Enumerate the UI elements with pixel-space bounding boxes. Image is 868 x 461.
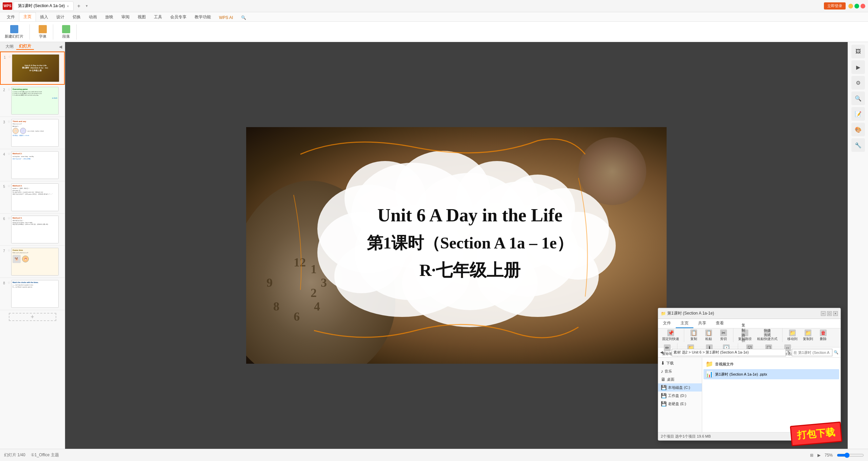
fe-sidebar-desktop[interactable]: 🖥 桌面 [658, 375, 702, 383]
fe-close-button[interactable]: × [833, 311, 838, 316]
fe-sidebar-ddrive[interactable]: 💾 工作盘 (D:) [658, 392, 702, 400]
fe-tab-share[interactable]: 共享 [693, 319, 711, 328]
ribbon-search[interactable]: 🔍 [237, 14, 250, 21]
zoom-slider[interactable] [837, 453, 864, 458]
fe-refresh-icon[interactable]: ↻ [787, 350, 790, 355]
fe-move-label: 移动到 [787, 337, 797, 341]
fe-pasteshortcut-button[interactable]: 快捷方式 粘贴快捷方式 [755, 329, 780, 342]
fe-sidebar-cdrive[interactable]: 💾 本地磁盘 (C:) [658, 383, 702, 392]
slide-star-6: ☆ [7, 216, 11, 220]
fe-move-button[interactable]: 📁 移动到 [785, 329, 800, 342]
fe-sidebar-edrive[interactable]: 💾 老硬盘 (E:) [658, 400, 702, 408]
thumb-2-header: Guessing game [13, 88, 57, 90]
close-button[interactable] [861, 4, 865, 8]
fe-address-input[interactable] [672, 349, 786, 356]
slide-item-5[interactable]: 5 ☆ Method 3: quarter n. 一刻钟，四分之一 past p… [0, 181, 65, 214]
right-tool-2[interactable]: ▶ [851, 60, 865, 74]
ribbon-tab-transitions[interactable]: 切换 [68, 13, 85, 21]
sidebar-tab-slides[interactable]: 幻灯片 [16, 43, 34, 50]
new-slide-button[interactable]: 新建幻灯片 [3, 24, 25, 40]
ribbon-tab-animations[interactable]: 动画 [85, 13, 101, 21]
fe-desktop-icon: 🖥 [661, 377, 666, 382]
add-slide-button[interactable]: + [9, 313, 56, 321]
maximize-button[interactable] [854, 4, 859, 8]
right-tool-7[interactable]: 🔧 [851, 138, 865, 152]
fe-back-button[interactable]: ◀ [660, 350, 663, 355]
fe-cut-icon: ✂ [720, 329, 727, 336]
add-slide-area[interactable]: + [0, 310, 65, 324]
ribbon-tab-wpsai[interactable]: WPS AI [215, 14, 237, 21]
fe-music-label: 音乐 [665, 369, 672, 374]
ribbon-tab-membership[interactable]: 会员专享 [166, 13, 191, 21]
ribbon-tab-view[interactable]: 视图 [134, 13, 150, 21]
right-tool-5[interactable]: 📝 [851, 107, 865, 121]
register-button[interactable]: 立即登录 [824, 2, 846, 9]
fe-pin-button[interactable]: 📌 固定到快速 [660, 329, 681, 342]
view-normal[interactable]: ⊞ [810, 453, 813, 458]
fe-sidebar-downloads[interactable]: ⬇ 下载 [658, 359, 702, 367]
slide-item-2[interactable]: 2 ☆ Guessing game 1. It has no feet (脚),… [0, 85, 65, 117]
new-slide-label: 新建幻灯片 [5, 34, 23, 39]
slide-item-8[interactable]: 8 ☆ Match the clocks with the times. c__… [0, 278, 65, 310]
fe-pasteshortcut-icon: 快捷方式 [764, 329, 771, 336]
sidebar-collapse[interactable]: ◀ [59, 44, 62, 49]
fe-forward-button[interactable]: ▶ [664, 350, 667, 355]
thumb-2-answer: a clock [13, 97, 57, 99]
add-tab-button[interactable]: + [75, 2, 83, 10]
document-tab[interactable]: 第1课时 (Section A 1a-1e) × [14, 1, 74, 11]
fe-cut-button[interactable]: ✂ 剪切 [717, 329, 730, 342]
sidebar-header: 大纲 幻灯片 ◀ [0, 42, 65, 52]
ribbon-tab-design[interactable]: 设计 [52, 13, 68, 21]
font-button[interactable]: 字体 [37, 24, 49, 40]
right-tool-4[interactable]: 🔍 [851, 92, 865, 105]
fe-tab-view[interactable]: 查看 [711, 319, 729, 328]
fe-minimize-button[interactable]: ─ [821, 311, 826, 316]
slide-item-3[interactable]: 3 ☆ Think and say What time is it? Metho… [0, 117, 65, 149]
tab-close-icon[interactable]: × [67, 4, 69, 8]
ribbon-tab-insert[interactable]: 插入 [36, 13, 52, 21]
ribbon-tab-teaching[interactable]: 教学功能 [191, 13, 215, 21]
right-tool-3[interactable]: ⚙ [851, 76, 865, 89]
fe-sidebar: ⬇ 下载 ♪ 音乐 🖥 桌面 💾 本地磁盘 (C:) 💾 工作盘 (D:) 💾 [658, 358, 702, 432]
thumb-3-times: one o'clock twelve o'clock [27, 130, 44, 132]
fe-cdrive-label: 本地磁盘 (C:) [668, 385, 690, 390]
fe-search-input[interactable] [792, 349, 832, 356]
slide-number-5: 5 [1, 185, 7, 188]
slide-panel: 大纲 幻灯片 ◀ 1 ☆ Unit 6 A Day in the Life第1课… [0, 42, 65, 449]
fe-file-item-1[interactable]: 📊 第1课时 (Section A 1a-1e) .pptx [704, 369, 839, 379]
minimize-button[interactable] [848, 4, 853, 8]
fe-copyto-button[interactable]: 📁 复制到 [801, 329, 815, 342]
ribbon-tab-file[interactable]: 文件 [3, 13, 19, 21]
fe-tab-home[interactable]: 主页 [676, 319, 693, 328]
fe-folder-item-1[interactable]: 📁 音视频文件 [704, 359, 839, 369]
slide-number-4: 4 [1, 153, 7, 156]
sidebar-tab-outline[interactable]: 大纲 [3, 44, 16, 49]
fe-copy-button[interactable]: 📋 复制 [687, 329, 701, 342]
font-label: 字体 [39, 34, 46, 39]
fe-folder-name-1: 音视频文件 [715, 362, 734, 367]
slide-item-1[interactable]: 1 ☆ Unit 6 A Day in the Life第1课时（Section… [0, 52, 65, 85]
nav-arrow[interactable]: ▾ [86, 4, 88, 8]
fe-sidebar-music[interactable]: ♪ 音乐 [658, 367, 702, 375]
view-slideshow[interactable]: ▶ [817, 453, 821, 458]
ribbon-tab-review[interactable]: 审阅 [117, 13, 134, 21]
slide-item-7[interactable]: 7 ☆ Game time Wuff, wuff, what time is i… [0, 246, 65, 278]
fe-tab-file[interactable]: 文件 [658, 319, 676, 328]
right-tool-6[interactable]: 🎨 [851, 123, 865, 136]
slide-item-4[interactable]: 4 ☆ Method 2: six forty-five seven thirt… [0, 149, 65, 181]
slide-title1: Unit 6 A Day in the Life [377, 203, 563, 227]
fe-paste-button[interactable]: 📋 粘贴 [702, 329, 715, 342]
slide-item-6[interactable]: 6 ☆ Method 4: 表示"差几分几点"： twenty-six to t… [0, 214, 65, 246]
fe-desktop-label: 桌面 [667, 377, 674, 382]
fe-copypath-button[interactable]: 复制路径 复制路径 [736, 329, 754, 342]
fe-maximize-button[interactable]: □ [827, 311, 832, 316]
ribbon-tab-tools[interactable]: 工具 [150, 13, 166, 21]
right-tool-1[interactable]: 🖼 [851, 45, 865, 58]
ribbon-tab-slideshow[interactable]: 放映 [101, 13, 117, 21]
fe-up-button[interactable]: ↑ [668, 350, 670, 355]
fe-delete-button[interactable]: 🗑 删除 [816, 329, 830, 342]
fe-search-icon[interactable]: 🔍 [834, 350, 839, 355]
ribbon-tab-home[interactable]: 主页 [19, 12, 36, 21]
slide-canvas[interactable]: 12 3 6 9 2 4 8 1 [246, 127, 667, 364]
paragraph-button[interactable]: 段落 [60, 24, 72, 40]
